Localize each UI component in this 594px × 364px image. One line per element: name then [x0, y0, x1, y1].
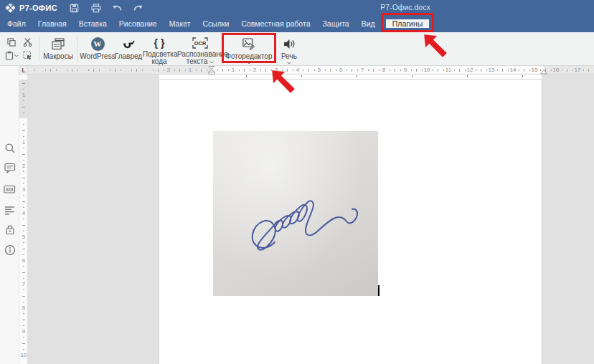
tab-view[interactable]: Вид: [360, 16, 377, 32]
ruler-tick: [529, 70, 530, 71]
tab-stop-selector[interactable]: L: [19, 66, 28, 75]
ruler-number: 5: [19, 234, 28, 240]
select-all-button[interactable]: [20, 49, 34, 62]
tab-collaboration[interactable]: Совместная работа: [240, 16, 311, 32]
navigation-button[interactable]: [4, 203, 16, 216]
signature-photo-image[interactable]: [213, 131, 378, 296]
search-button[interactable]: [4, 142, 16, 154]
ruler-tick: [22, 343, 25, 344]
ruler-number: 1: [19, 139, 28, 145]
tab-layout[interactable]: Макет: [168, 16, 192, 32]
ruler-tick: [136, 69, 137, 72]
ruler-tick: [93, 69, 94, 72]
protection-button[interactable]: [4, 223, 16, 235]
ruler-tick: [325, 70, 326, 71]
ruler-tick: [23, 254, 24, 255]
speaker-icon: [283, 39, 295, 49]
tab-home[interactable]: Главная: [37, 16, 68, 32]
toolbar-divider: [77, 36, 77, 62]
code-braces-icon: { }: [154, 38, 165, 48]
document-title: Р7-Офис.docx: [380, 3, 430, 11]
ruler-number: 4: [296, 67, 299, 74]
ruler-tick: [153, 70, 154, 71]
tab-draw[interactable]: Рисование: [118, 16, 159, 32]
about-button[interactable]: [4, 244, 16, 256]
ruler-number: 9: [404, 67, 407, 74]
code-highlight-button[interactable]: { } Подсветка кода: [142, 32, 176, 65]
redo-button[interactable]: [133, 2, 144, 14]
text-cursor: [378, 285, 380, 296]
right-indent-marker[interactable]: [540, 70, 547, 75]
ruler-tick: [400, 70, 401, 71]
select-icon: [23, 51, 32, 60]
chevron-down-icon: [209, 61, 214, 64]
chat-icon: [4, 184, 16, 195]
ruler-tick: [217, 70, 218, 71]
chat-button[interactable]: [4, 183, 16, 196]
cut-icon: [23, 37, 32, 47]
photo-editor-label: Фоторедактор: [225, 53, 272, 60]
ruler-tick: [22, 83, 25, 84]
ruler-tick: [23, 148, 24, 148]
ruler-tick: [72, 69, 72, 72]
pipe-icon: [122, 39, 135, 49]
tab-insert[interactable]: Вставка: [77, 16, 108, 32]
ruler-number: 2: [19, 163, 28, 169]
headings-icon: [4, 205, 15, 215]
copy-icon: [7, 38, 16, 47]
ruler-number: 2: [253, 67, 256, 74]
ocr-label: Распознавание текста: [177, 51, 223, 65]
r7-logo-icon: [6, 4, 15, 13]
save-button[interactable]: [68, 2, 80, 14]
glavred-button[interactable]: Главред: [115, 32, 142, 65]
ruler-tick: [23, 124, 24, 125]
ruler-tick: [244, 69, 245, 72]
copy-button[interactable]: [4, 35, 19, 49]
wordpress-button[interactable]: W WordPress: [80, 32, 115, 65]
macros-button[interactable]: Макросы: [42, 32, 74, 65]
ruler-tick: [23, 100, 24, 101]
ruler-tick: [67, 70, 67, 71]
document-page[interactable]: [159, 80, 542, 364]
ruler-tick: [246, 75, 247, 77]
paste-button[interactable]: [4, 49, 19, 62]
ruler-tick: [583, 70, 584, 71]
ruler-tick: [23, 349, 24, 350]
ocr-button[interactable]: OCR Распознавание текста: [176, 32, 224, 65]
photo-editor-button[interactable]: Фоторедактор: [224, 32, 274, 65]
ruler-tick: [222, 69, 223, 72]
ruler-tick: [390, 70, 390, 71]
tab-protection[interactable]: Защита: [321, 16, 350, 32]
ruler-tick: [23, 313, 24, 314]
ruler-tick: [23, 136, 24, 137]
ruler-number: 10: [424, 67, 430, 74]
ruler-tick: [465, 70, 466, 71]
ruler-tick: [588, 69, 589, 72]
ruler-tick: [23, 195, 24, 196]
ruler-tick: [23, 325, 24, 326]
speech-button[interactable]: Речь: [277, 32, 301, 65]
ruler-number: 7: [19, 281, 28, 287]
tab-file[interactable]: Файл: [6, 16, 27, 32]
ruler-number: 15: [532, 67, 538, 74]
ruler-tick: [22, 272, 25, 273]
ruler-tick: [23, 266, 24, 267]
ruler-tick: [164, 70, 164, 71]
ruler-tick: [158, 69, 159, 72]
ruler-tick: [265, 69, 266, 72]
ruler-tick: [121, 70, 121, 71]
ruler-tick: [22, 249, 25, 249]
ruler-tick: [411, 70, 412, 71]
cut-button[interactable]: [20, 35, 34, 49]
vertical-ruler: 112345678910: [19, 75, 28, 364]
tab-plugins[interactable]: Плагины: [386, 19, 430, 28]
comments-button[interactable]: [4, 162, 16, 174]
ruler-number: 6: [339, 67, 342, 74]
ruler-number: 11: [446, 67, 451, 74]
undo-button[interactable]: [111, 2, 123, 14]
indent-marker[interactable]: [208, 66, 215, 75]
print-button[interactable]: [90, 2, 102, 14]
brand-name: Р7-ОФИС: [19, 4, 57, 12]
lock-icon: [4, 224, 16, 235]
tab-references[interactable]: Ссылки: [201, 16, 230, 32]
